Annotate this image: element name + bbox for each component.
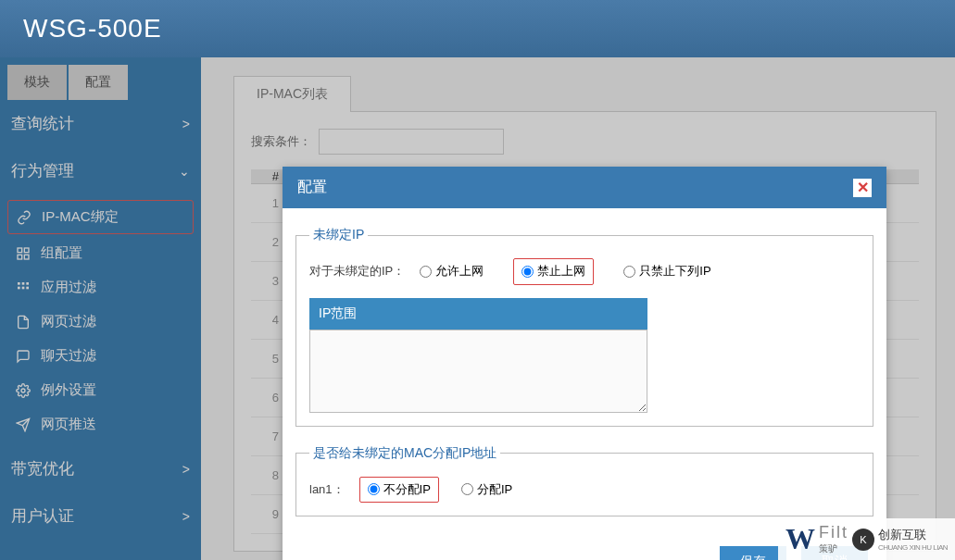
radio-only-label[interactable]: 只禁止下列IP [623, 263, 710, 280]
watermark-logo-icon: W [785, 522, 815, 556]
radio-assign-label[interactable]: 分配IP [461, 481, 512, 498]
radio-allow[interactable] [420, 266, 432, 278]
modal-header: 配置 ✕ [283, 167, 886, 208]
radio-allow-label[interactable]: 允许上网 [420, 263, 484, 280]
app-logo: WSG-500E [23, 14, 162, 44]
watermark-cn-sub: CHUANG XIN HU LIAN [878, 543, 948, 552]
mac-assign-legend: 是否给未绑定的MAC分配IP地址 [309, 445, 500, 462]
watermark-cn: 创新互联 [878, 527, 948, 543]
radio-assign[interactable] [461, 483, 473, 495]
watermark: W Filt 策驴 K 创新互联 CHUANG XIN HU LIAN [778, 518, 955, 560]
iprange-header: IP范围 [309, 298, 647, 330]
save-button[interactable]: 保存 [720, 546, 786, 560]
config-modal: 配置 ✕ 未绑定IP 对于未绑定的IP： 允许上网 禁止上网 [283, 167, 886, 560]
watermark-badge-icon: K [852, 529, 874, 551]
unbound-label: 对于未绑定的IP： [309, 263, 405, 280]
radio-only[interactable] [623, 266, 635, 278]
radio-noassign-wrapper: 不分配IP [359, 477, 439, 504]
unbound-ip-fieldset: 未绑定IP 对于未绑定的IP： 允许上网 禁止上网 只禁止下列IP [295, 227, 873, 427]
modal-title: 配置 [297, 178, 327, 197]
watermark-text: Filt [819, 523, 848, 542]
radio-noassign[interactable] [368, 483, 380, 495]
watermark-sub: 策驴 [819, 542, 848, 555]
app-header: WSG-500E [0, 0, 955, 57]
radio-deny[interactable] [521, 266, 534, 278]
radio-deny-label[interactable]: 禁止上网 [521, 263, 585, 280]
iprange-textarea[interactable] [309, 330, 647, 413]
unbound-ip-legend: 未绑定IP [309, 227, 368, 243]
close-icon[interactable]: ✕ [853, 179, 872, 197]
radio-deny-wrapper: 禁止上网 [513, 258, 594, 285]
mac-assign-fieldset: 是否给未绑定的MAC分配IP地址 lan1： 不分配IP 分配IP [295, 445, 873, 517]
radio-noassign-label[interactable]: 不分配IP [368, 481, 431, 498]
modal-body: 未绑定IP 对于未绑定的IP： 允许上网 禁止上网 只禁止下列IP [283, 208, 886, 542]
lan-radio-row: lan1： 不分配IP 分配IP [309, 477, 860, 504]
unbound-radio-row: 对于未绑定的IP： 允许上网 禁止上网 只禁止下列IP [309, 258, 860, 285]
lan-label: lan1： [309, 481, 345, 498]
